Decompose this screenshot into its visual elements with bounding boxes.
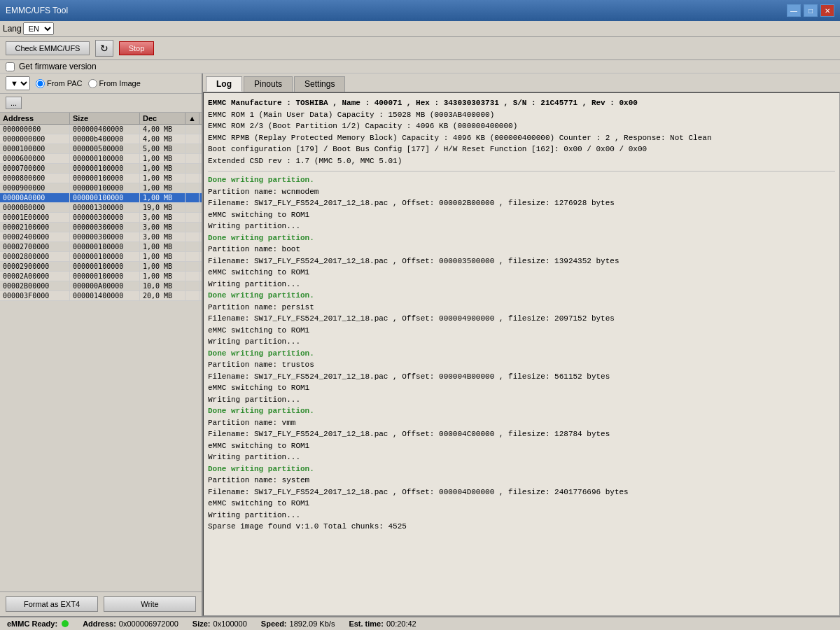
row-address: 00002400000 [0, 232, 70, 241]
minimize-button[interactable]: — [787, 4, 801, 17]
from-pac-label: From PAC [47, 79, 83, 88]
status-ready: eMMC Ready: [7, 620, 69, 628]
from-image-radio[interactable] [88, 79, 97, 88]
row-extra [186, 252, 200, 261]
maximize-button[interactable]: □ [804, 4, 818, 17]
log-entry: Partition name: trustos [208, 359, 835, 371]
row-dec: 1,00 MB [140, 193, 186, 202]
row-size: 000000100000 [70, 174, 140, 183]
row-address: 000000000 [0, 125, 70, 134]
row-dec: 1,00 MB [140, 164, 186, 173]
partition-table-container: Address Size Dec ▲ 000000000 00000040000… [0, 113, 202, 592]
refresh-button[interactable]: ↻ [95, 40, 113, 57]
row-address: 0000900000 [0, 183, 70, 192]
speed-label: Speed: [261, 620, 287, 628]
table-row[interactable]: 0000900000 000000100000 1,00 MB [0, 183, 202, 193]
row-dec: 20,0 MB [140, 291, 186, 300]
row-size: 000000100000 [70, 164, 140, 173]
table-row[interactable]: 0000000000 00000b400000 4,00 MB [0, 134, 202, 144]
tab-settings[interactable]: Settings [294, 76, 345, 92]
log-entry: Filename: SW17_FLY_FS524_2017_12_18.pac … [208, 371, 835, 383]
main-window: Lang EN RU Check EMMC/UFS ↻ Stop Get fir… [0, 21, 840, 630]
row-dec: 1,00 MB [140, 252, 186, 261]
row-size: 000000300000 [70, 232, 140, 241]
row-address: 00001E00000 [0, 213, 70, 222]
log-boot-config: Boot configuration [179] / Boot Bus Conf… [208, 144, 835, 155]
row-size: 000000100000 [70, 193, 140, 202]
row-dec: 1,00 MB [140, 174, 186, 183]
log-entry: Done writing partition. [208, 174, 835, 186]
table-row[interactable]: 0000800000 000000100000 1,00 MB [0, 174, 202, 183]
table-row[interactable]: 00002900000 000000100000 1,00 MB [0, 262, 202, 272]
est-time-status: Est. time: 00:20:42 [349, 620, 416, 628]
table-row[interactable]: 00000B0000 000001300000 19,0 MB [0, 203, 202, 213]
row-size: 000000100000 [70, 154, 140, 163]
row-address: 00000B0000 [0, 203, 70, 212]
tab-pinouts[interactable]: Pinouts [244, 76, 293, 92]
from-pac-radio[interactable] [36, 79, 45, 88]
row-size: 00000b400000 [70, 134, 140, 144]
table-row[interactable]: 00002800000 000000100000 1,00 MB [0, 252, 202, 262]
row-size: 000000300000 [70, 223, 140, 232]
status-bar: eMMC Ready: Address: 0x000006972000 Size… [0, 616, 840, 630]
log-entry: Filename: SW17_FLY_FS524_2017_12_18.pac … [208, 255, 835, 267]
table-row[interactable]: 0000700000 000000100000 1,00 MB [0, 164, 202, 174]
table-row[interactable]: 00002A00000 000000100000 1,00 MB [0, 272, 202, 281]
table-row[interactable]: 0000600000 000000100000 1,00 MB [0, 154, 202, 164]
stop-button[interactable]: Stop [119, 41, 154, 55]
est-time-label: Est. time: [349, 620, 384, 628]
table-row[interactable]: 00000A0000 000000100000 1,00 MB [0, 193, 202, 203]
lang-select[interactable]: EN RU [23, 22, 54, 35]
menu-bar: Lang EN RU [0, 21, 840, 37]
log-entry: Writing partition... [208, 451, 835, 463]
log-entry: Done writing partition. [208, 348, 835, 360]
table-row[interactable]: 00001E00000 000000300000 3,00 MB [0, 213, 202, 223]
row-dec: 1,00 MB [140, 242, 186, 251]
header-address: Address [0, 113, 70, 124]
log-entry: Writing partition... [208, 336, 835, 348]
log-area[interactable]: EMMC Manufacture : TOSHIBA , Name : 4000… [203, 92, 840, 616]
close-button[interactable]: ✕ [820, 4, 834, 17]
toolbar: Check EMMC/UFS ↻ Stop [0, 37, 840, 60]
firmware-checkbox[interactable] [6, 62, 15, 71]
format-button[interactable]: Format as EXT4 [6, 596, 98, 612]
row-extra [186, 272, 200, 281]
row-size: 000000100000 [70, 242, 140, 251]
header-arrow: ▲ [186, 113, 200, 124]
log-entry: eMMC switching to ROM1 [208, 382, 835, 394]
table-row[interactable]: 00002400000 000000300000 3,00 MB [0, 232, 202, 242]
row-dec: 19,0 MB [140, 203, 186, 212]
browse-button[interactable]: ... [6, 97, 22, 109]
table-row[interactable]: 000000000 000000400000 4,00 MB [0, 125, 202, 134]
row-address: 00002100000 [0, 223, 70, 232]
ready-label: eMMC Ready: [7, 620, 57, 628]
window-title: EMMC/UFS Tool [6, 6, 68, 15]
check-emmc-button[interactable]: Check EMMC/UFS [6, 41, 90, 55]
log-entry: eMMC switching to ROM1 [208, 267, 835, 279]
table-row[interactable]: 00002700000 000000100000 1,00 MB [0, 242, 202, 252]
log-entry: Partition name: vmm [208, 417, 835, 429]
partition-table-header: Address Size Dec ▲ [0, 113, 202, 125]
firmware-label: Get firmware version [19, 62, 97, 71]
log-entry: eMMC switching to ROM1 [208, 209, 835, 221]
table-row[interactable]: 0000100000 000000500000 5,00 MB [0, 144, 202, 154]
log-entry: Partition name: boot [208, 244, 835, 255]
row-dec: 1,00 MB [140, 262, 186, 271]
row-dec: 3,00 MB [140, 223, 186, 232]
tab-log[interactable]: Log [206, 76, 242, 92]
log-entry: Writing partition... [208, 394, 835, 406]
row-dec: 5,00 MB [140, 144, 186, 153]
table-row[interactable]: 000003F0000 000001400000 20,0 MB [0, 291, 202, 301]
write-button[interactable]: Write [104, 596, 196, 612]
row-dec: 3,00 MB [140, 213, 186, 222]
left-panel: ▼ From PAC From Image ... [0, 74, 203, 616]
log-entry: Sparse image found v:1.0 Total chunks: 4… [208, 521, 835, 533]
source-dropdown[interactable]: ▼ [6, 76, 30, 90]
row-address: 00002700000 [0, 242, 70, 251]
log-entry: Partition name: system [208, 475, 835, 486]
row-address: 0000000000 [0, 134, 70, 144]
row-dec: 10,0 MB [140, 281, 186, 290]
table-row[interactable]: 00002100000 000000300000 3,00 MB [0, 223, 202, 232]
row-extra [186, 174, 200, 183]
table-row[interactable]: 00002B00000 000000A00000 10,0 MB [0, 281, 202, 291]
